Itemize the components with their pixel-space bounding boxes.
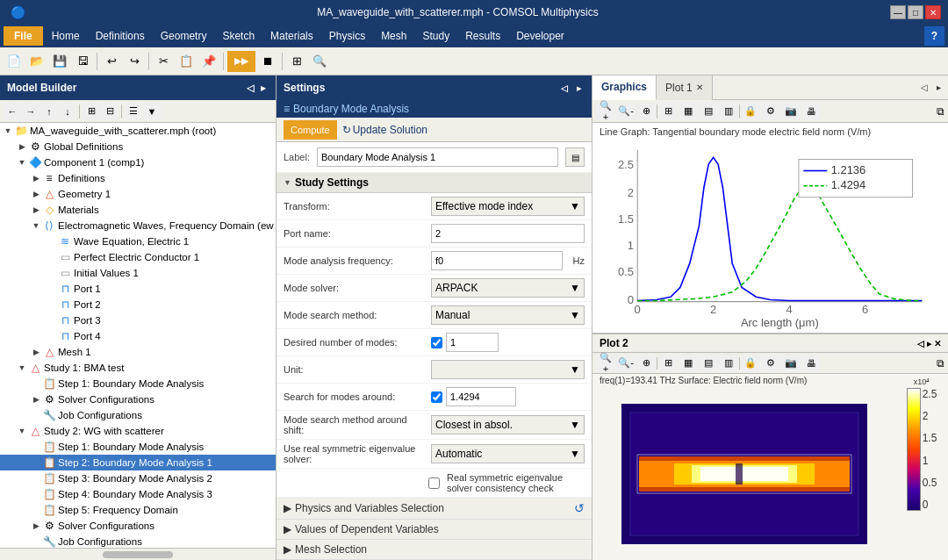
plot2-pin-btn[interactable]: ◁ ▸ ✕ [917, 339, 941, 348]
tree-s1-solver[interactable]: ▶ ⚙ Solver Configurations [0, 391, 276, 407]
settings-pin-btn[interactable]: ◁ [557, 83, 571, 94]
zoom-select-btn[interactable]: ⊕ [636, 103, 656, 120]
tree-mesh1[interactable]: ▶ △ Mesh 1 [0, 344, 276, 360]
plot1-tab[interactable]: Plot 1 ✕ [657, 75, 713, 100]
tree-geometry1[interactable]: ▶ △ Geometry 1 [0, 186, 276, 202]
open-button[interactable]: 📂 [26, 51, 47, 72]
tree-root[interactable]: ▼ 📁 MA_waveguide_with_scatterer.mph (roo… [0, 123, 276, 139]
compute-all-button[interactable]: ▶▶ [227, 51, 255, 72]
tree-up-btn[interactable]: ↑ [40, 103, 58, 120]
camera-btn[interactable]: 📷 [781, 103, 801, 120]
p2-zoom-out[interactable]: 🔍- [616, 355, 636, 372]
tree-filter-btn[interactable]: ▼ [143, 103, 161, 120]
tree-s2-job[interactable]: ▶ 🔧 Job Configurations [0, 534, 276, 548]
tree-port2[interactable]: ▶ ⊓ Port 2 [0, 297, 276, 312]
graphics-tab[interactable]: Graphics [592, 75, 657, 100]
search-method-select[interactable]: Manual ▼ [431, 305, 585, 325]
mesh-selection-section[interactable]: ▶ Mesh Selection [276, 540, 592, 560]
tree-port1[interactable]: ▶ ⊓ Port 1 [0, 281, 276, 297]
p2-view1[interactable]: ▦ [679, 355, 698, 372]
transform-select[interactable]: Effective mode index ▼ [431, 197, 585, 216]
global-expand[interactable]: ▶ [16, 140, 28, 153]
plot1-open-btn[interactable]: ⧉ [937, 105, 944, 118]
cut-button[interactable]: ✂ [153, 51, 174, 72]
panel-dock-btn[interactable]: ▸ [258, 82, 269, 95]
graphics-expand-btn[interactable]: ▸ [933, 82, 944, 93]
mesh-expand[interactable]: ▶ [30, 346, 42, 358]
settings-gear-btn[interactable]: ⚙ [761, 103, 780, 120]
p2-print[interactable]: 🖶 [801, 355, 821, 372]
tree-component1[interactable]: ▼ 🔷 Component 1 (comp1) [0, 154, 276, 170]
tree-definitions[interactable]: ▶ ≡ Definitions [0, 170, 276, 186]
tree-study1[interactable]: ▼ △ Study 1: BMA test [0, 360, 276, 376]
tree-materials[interactable]: ▶ ◇ Materials [0, 202, 276, 218]
tree-em-waves[interactable]: ▼ ⟨⟩ Electromagnetic Waves, Frequency Do… [0, 218, 276, 233]
definitions-menu[interactable]: Definitions [89, 26, 152, 46]
home-menu[interactable]: Home [45, 26, 87, 46]
tree-collapse-btn[interactable]: ⊟ [101, 103, 118, 120]
graphics-pin-btn[interactable]: ◁ [917, 82, 931, 93]
help-button[interactable]: ? [924, 26, 944, 46]
maximize-button[interactable]: □ [908, 5, 923, 19]
tree-s2-step4[interactable]: ▶ 📋 Step 4: Boundary Mode Analysis 3 [0, 486, 276, 502]
panel-pin-btn[interactable]: ◁ [244, 82, 256, 95]
p2-view3[interactable]: ▥ [719, 355, 738, 372]
close-button[interactable]: ✕ [925, 5, 941, 19]
grid-btn[interactable]: ⊞ [658, 103, 678, 120]
tree-scrollbar[interactable] [0, 548, 276, 560]
p2-lock[interactable]: 🔒 [741, 355, 760, 372]
physics-menu[interactable]: Physics [322, 26, 372, 46]
redo-button[interactable]: ↪ [124, 51, 145, 72]
label-edit-btn[interactable]: ▤ [565, 147, 585, 167]
p2-zoom-in[interactable]: 🔍+ [596, 355, 615, 372]
paste-button[interactable]: 📌 [198, 51, 219, 72]
p2-gear[interactable]: ⚙ [761, 355, 780, 372]
save-button[interactable]: 💾 [49, 51, 70, 72]
zoom-extents-button[interactable]: ⊞ [286, 51, 307, 72]
zoom-in-button[interactable]: 🔍 [309, 51, 330, 72]
tree-back-btn[interactable]: ← [4, 103, 21, 120]
s2sol-expand[interactable]: ▶ [30, 520, 42, 532]
tree-port4[interactable]: ▶ ⊓ Port 4 [0, 328, 276, 344]
view-btn2[interactable]: ▤ [699, 103, 718, 120]
tree-study2[interactable]: ▼ △ Study 2: WG with scatterer [0, 423, 276, 439]
p2-grid[interactable]: ⊞ [658, 355, 678, 372]
p2-zoom-sel[interactable]: ⊕ [636, 355, 656, 372]
p2-view2[interactable]: ▤ [699, 355, 718, 372]
port-name-input[interactable] [431, 224, 585, 243]
physics-section[interactable]: ▶ Physics and Variables Selection ↺ [276, 498, 592, 520]
view-btn3[interactable]: ▥ [719, 103, 738, 120]
tree-s2-solver[interactable]: ▶ ⚙ Solver Configurations [0, 518, 276, 534]
tree-expand-btn[interactable]: ⊞ [83, 103, 100, 120]
plot1-tab-close[interactable]: ✕ [696, 83, 703, 92]
mesh-menu[interactable]: Mesh [374, 26, 413, 46]
compute-button[interactable]: Compute [284, 120, 337, 140]
copy-button[interactable]: 📋 [176, 51, 197, 72]
tree-s1-step1[interactable]: ▶ 📋 Step 1: Boundary Mode Analysis [0, 376, 276, 391]
tree-global-defs[interactable]: ▶ ⚙ Global Definitions [0, 139, 276, 154]
tree-port3[interactable]: ▶ ⊓ Port 3 [0, 312, 276, 328]
geom-expand[interactable]: ▶ [30, 188, 42, 200]
zoom-in-btn[interactable]: 🔍+ [596, 103, 615, 120]
lock-btn[interactable]: 🔒 [741, 103, 760, 120]
file-menu[interactable]: File [4, 26, 43, 46]
tree-initial-values[interactable]: ▶ ▭ Initial Values 1 [0, 265, 276, 281]
desired-modes-input[interactable] [446, 333, 499, 352]
unit-select[interactable]: ▼ [431, 360, 585, 379]
tree-list-btn[interactable]: ☰ [125, 103, 142, 120]
search-around-input[interactable] [446, 387, 516, 406]
materials-menu[interactable]: Materials [263, 26, 320, 46]
dep-vars-section[interactable]: ▶ Values of Dependent Variables [276, 520, 592, 540]
stop-button[interactable]: ⏹ [257, 51, 278, 72]
mat-expand[interactable]: ▶ [30, 204, 42, 216]
solver-select[interactable]: ARPACK ▼ [431, 278, 585, 298]
tree-s2-step2[interactable]: ▶ 📋 Step 2: Boundary Mode Analysis 1 [0, 455, 276, 470]
tree-wave-eq[interactable]: ▶ ≋ Wave Equation, Electric 1 [0, 233, 276, 249]
s1sol-expand[interactable]: ▶ [30, 393, 42, 406]
developer-menu[interactable]: Developer [509, 26, 571, 46]
comp1-expand[interactable]: ▼ [16, 156, 28, 169]
label-input[interactable] [317, 147, 558, 167]
symmetric-select[interactable]: Automatic ▼ [431, 444, 585, 463]
tree-s2-step5[interactable]: ▶ 📋 Step 5: Frequency Domain [0, 502, 276, 518]
undo-button[interactable]: ↩ [101, 51, 122, 72]
